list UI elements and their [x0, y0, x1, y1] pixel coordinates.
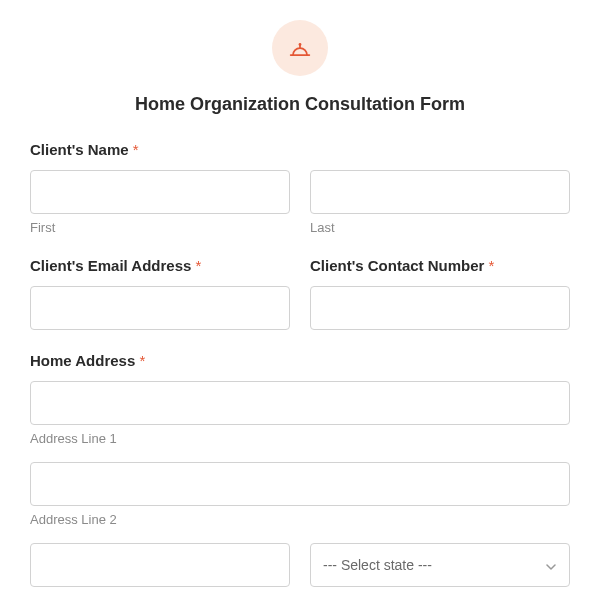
bell-icon	[286, 34, 314, 62]
client-name-label-text: Client's Name	[30, 141, 129, 158]
required-marker: *	[133, 141, 139, 158]
address-line1-sublabel: Address Line 1	[30, 431, 570, 446]
client-name-section: Client's Name * First Last	[30, 141, 570, 235]
city-input[interactable]	[30, 543, 290, 587]
contact-input[interactable]	[310, 286, 570, 330]
first-name-sublabel: First	[30, 220, 290, 235]
required-marker: *	[139, 352, 145, 369]
address-line1-input[interactable]	[30, 381, 570, 425]
state-select[interactable]: --- Select state ---	[310, 543, 570, 587]
home-address-label: Home Address *	[30, 352, 570, 369]
header-icon-circle	[272, 20, 328, 76]
home-address-label-text: Home Address	[30, 352, 135, 369]
required-marker: *	[196, 257, 202, 274]
contact-label-text: Client's Contact Number	[310, 257, 484, 274]
contact-label: Client's Contact Number *	[310, 257, 570, 274]
home-address-section: Home Address * Address Line 1 Address Li…	[30, 352, 570, 587]
last-name-input[interactable]	[310, 170, 570, 214]
address-line2-input[interactable]	[30, 462, 570, 506]
email-label-text: Client's Email Address	[30, 257, 191, 274]
email-label: Client's Email Address *	[30, 257, 290, 274]
required-marker: *	[489, 257, 495, 274]
email-input[interactable]	[30, 286, 290, 330]
last-name-sublabel: Last	[310, 220, 570, 235]
client-name-label: Client's Name *	[30, 141, 570, 158]
svg-point-0	[299, 43, 302, 46]
address-line2-sublabel: Address Line 2	[30, 512, 570, 527]
form-title: Home Organization Consultation Form	[30, 94, 570, 115]
first-name-input[interactable]	[30, 170, 290, 214]
